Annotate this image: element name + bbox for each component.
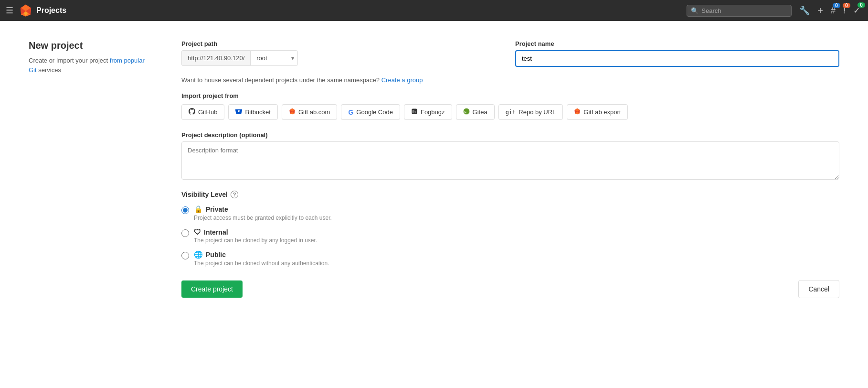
path-name-row: Project path http://121.40.90.120/ root … [181, 40, 839, 67]
fogbugz-icon: fb [411, 108, 418, 116]
create-group-link[interactable]: Create a group [381, 76, 423, 84]
visibility-private-desc: Project access must be granted explicitl… [194, 215, 332, 221]
navbar: ☰ Projects 🔍 🔧 + # 0 ! 0 [0, 0, 868, 21]
fogbugz-label: Fogbugz [421, 108, 445, 116]
project-path-label: Project path [181, 40, 506, 47]
issues-badge: 0 [833, 3, 840, 8]
gitlabcom-label: GitLab.com [298, 108, 330, 116]
import-repobyurl-button[interactable]: git Repo by URL [498, 104, 563, 120]
description-input[interactable] [181, 141, 839, 180]
namespace-hint: Want to house several dependent projects… [181, 76, 839, 84]
bitbucket-label: Bitbucket [245, 108, 270, 116]
visibility-private-radio[interactable] [181, 206, 189, 214]
visibility-private-label[interactable]: 🔒 Private [194, 205, 332, 214]
wrench-icon: 🔧 [799, 5, 810, 16]
bitbucket-icon [235, 108, 242, 116]
search-box[interactable]: 🔍 [687, 5, 792, 17]
plus-icon: + [817, 5, 823, 16]
gitea-label: Gitea [473, 108, 487, 116]
description-group: Project description (optional) [181, 131, 839, 181]
github-label: GitHub [198, 108, 217, 116]
import-section: Import project from GitHub Bitbucket [181, 92, 839, 120]
import-bitbucket-button[interactable]: Bitbucket [228, 104, 277, 120]
import-gitlabcom-button[interactable]: GitLab.com [282, 104, 337, 120]
sidebar-info: New project Create or Import your projec… [29, 40, 153, 298]
visibility-public-desc: The project can be cloned without any au… [194, 260, 329, 267]
create-project-button[interactable]: Create project [181, 280, 243, 298]
path-input-row: http://121.40.90.120/ root ▾ [181, 50, 506, 66]
project-path-group: Project path http://121.40.90.120/ root … [181, 40, 506, 67]
import-buttons-row: GitHub Bitbucket [181, 104, 839, 120]
visibility-help-icon[interactable]: ? [231, 191, 238, 198]
merge-badge: 0 [843, 3, 850, 8]
visibility-public-radio[interactable] [181, 252, 189, 259]
issues-button[interactable]: # 0 [829, 5, 837, 17]
gitlabexport-icon [574, 108, 581, 116]
namespace-select-wrapper: root ▾ [250, 50, 298, 66]
nav-icons: 🔧 + # 0 ! 0 ✓ 0 [797, 4, 862, 17]
visibility-public-option: 🌐 Public The project can be cloned witho… [181, 250, 839, 267]
lock-icon: 🔒 [194, 205, 203, 214]
visibility-internal-desc: The project can be cloned by any logged … [194, 237, 317, 244]
import-gitlabexport-button[interactable]: GitLab export [567, 104, 628, 120]
github-icon [189, 108, 195, 116]
search-icon: 🔍 [691, 7, 699, 14]
visibility-section: Visibility Level ? 🔒 Private Project acc… [181, 191, 839, 267]
shield-icon: 🛡 [194, 228, 201, 236]
svg-text:G: G [464, 110, 466, 113]
gitlabcom-icon [289, 108, 296, 116]
repobyurl-icon: git [506, 109, 516, 116]
visibility-label: Visibility Level ? [181, 191, 839, 198]
todos-button[interactable]: ✓ 0 [851, 4, 862, 17]
visibility-internal-label[interactable]: 🛡 Internal [194, 228, 317, 236]
popular-git-link[interactable]: from popular Git [29, 57, 145, 74]
description-label: Project description (optional) [181, 131, 839, 139]
googlecode-label: Google Code [356, 108, 393, 116]
form-actions: Create project Cancel [181, 280, 839, 298]
project-name-input[interactable] [515, 50, 839, 67]
sidebar-description: Create or Import your project from popul… [29, 56, 153, 75]
import-gitea-button[interactable]: G Gitea [456, 104, 495, 120]
page-title: New project [29, 40, 153, 51]
globe-icon: 🌐 [194, 250, 203, 259]
visibility-internal-radio[interactable] [181, 229, 189, 237]
todos-badge: 0 [857, 2, 865, 8]
new-project-form: Project path http://121.40.90.120/ root … [181, 40, 839, 298]
project-name-label: Project name [515, 40, 839, 47]
main-container: New project Create or Import your projec… [0, 21, 868, 317]
fox-logo-icon [19, 4, 32, 17]
merge-requests-button[interactable]: ! 0 [841, 5, 847, 17]
path-prefix: http://121.40.90.120/ [181, 50, 250, 66]
wrench-button[interactable]: 🔧 [797, 4, 812, 17]
visibility-internal-option: 🛡 Internal The project can be cloned by … [181, 228, 839, 244]
search-input[interactable] [701, 7, 787, 14]
plus-button[interactable]: + [815, 4, 825, 17]
import-github-button[interactable]: GitHub [181, 104, 224, 120]
import-googlecode-button[interactable]: G Google Code [341, 104, 400, 120]
import-section-label: Import project from [181, 92, 839, 99]
hamburger-menu[interactable]: ☰ [6, 5, 13, 16]
app-logo[interactable]: Projects [19, 4, 66, 17]
googlecode-icon: G [348, 108, 353, 116]
svg-text:fb: fb [413, 109, 416, 114]
project-name-group: Project name [515, 40, 839, 67]
gitlabexport-label: GitLab export [583, 108, 621, 116]
repobyurl-label: Repo by URL [519, 108, 556, 116]
visibility-private-option: 🔒 Private Project access must be granted… [181, 205, 839, 221]
app-title: Projects [36, 6, 66, 15]
cancel-button[interactable]: Cancel [798, 280, 839, 298]
visibility-public-label[interactable]: 🌐 Public [194, 250, 329, 259]
gitea-icon: G [463, 108, 470, 116]
import-fogbugz-button[interactable]: fb Fogbugz [404, 104, 452, 120]
namespace-select[interactable]: root [250, 50, 298, 66]
